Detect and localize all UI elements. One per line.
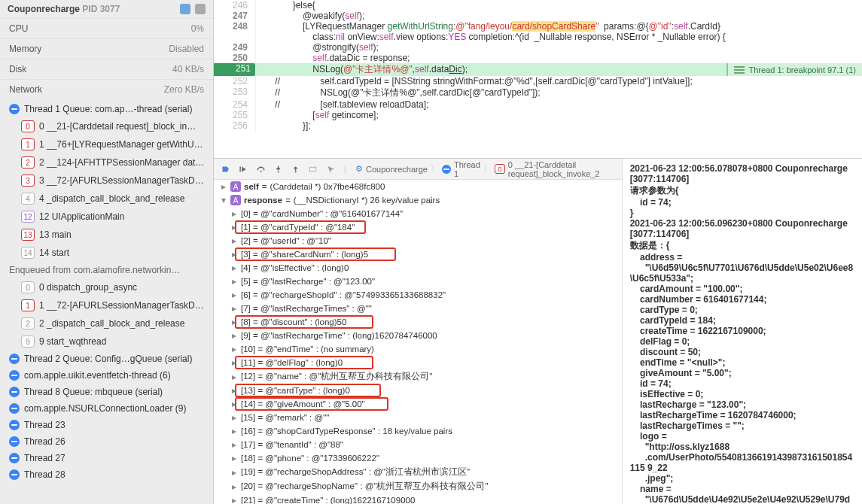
process-pid: PID 3077 [82,4,120,14]
enqueued-from: Enqueued from com.alamofire.networkin… [0,262,213,278]
var-item-17[interactable]: ▸[17] = @"tenantId" : @"88" [214,438,622,451]
var-item-5[interactable]: ▸[5] = @"lastRecharge" : @"123.00" [214,275,622,288]
thread-icon [9,436,20,447]
var-item-12[interactable]: ▸[12] = @"name" : @"杭州互帮互办科技有限公司" [214,369,622,384]
frame-num-icon: 14 [21,247,35,259]
process-name: Couponrecharge [8,4,80,14]
code-line: }]; [256,120,311,131]
frame-12[interactable]: 1212 UIApplicationMain [0,208,213,226]
step-out-icon[interactable] [291,164,300,175]
var-item-11[interactable]: ▸[11] = @"delFlag" : (long)0 [214,356,622,369]
frame-4[interactable]: 44 _dispatch_call_block_and_release [0,190,213,208]
var-item-16[interactable]: ▸[16] = @"shopCardTypeResponse" : 18 key… [214,424,622,438]
svg-rect-4 [310,167,316,172]
frame-3[interactable]: 33 __72-[AFURLSessionManagerTaskD… [0,172,213,190]
var-item-14[interactable]: ▸[14] = @"giveAmount" : @"5.00" [214,397,622,411]
code-line: }else{ [256,0,315,11]
var-item-1[interactable]: ▸[1] = @"cardTypeId" : @"184" [214,220,622,234]
frame-1[interactable]: 11 __76+[LYRequestManager getWithU… [0,135,213,153]
frame-0[interactable]: 00 __21-[Carddetail request]_block_in… [0,117,213,135]
svg-point-2 [277,171,279,172]
thread-26[interactable]: Thread 26 [0,433,213,450]
var-item-6[interactable]: ▸[6] = @"rechargeShopId" : @"57499336513… [214,288,622,302]
frame-num-icon: 4 [21,193,35,205]
variables-view[interactable]: | ⚙Couponrecharge〉 Thread 1〉 00 __21-[Ca… [214,159,623,504]
var-item-10[interactable]: ▸[10] = @"endTime" : (no summary) [214,342,622,356]
eframe-2[interactable]: 22 _dispatch_call_block_and_release [0,314,213,332]
code-line: self.dataDic = response; [256,53,410,63]
object-icon: A [230,195,241,205]
step-into-icon[interactable] [274,164,282,175]
object-icon: A [230,181,241,192]
thread-27[interactable]: Thread 27 [0,450,213,466]
var-item-20[interactable]: ▸[20] = @"rechargeShopName" : @"杭州互帮互办科技… [214,479,622,493]
var-item-18[interactable]: ▸[18] = @"phone" : @"17339606222" [214,451,622,465]
eventfetch-thread[interactable]: com.apple.uikit.eventfetch-thread (6) [0,367,213,384]
frame-num-icon: 13 [21,229,35,241]
var-response[interactable]: ▾Aresponse = (__NSDictionaryI *) 26 key/… [214,193,622,207]
step-over-icon[interactable] [257,164,265,175]
location-icon[interactable] [327,164,335,175]
frame-num-icon: 1 [21,138,35,150]
var-item-9[interactable]: ▸[9] = @"lastRechargeTime" : (long)16207… [214,329,622,342]
frame-num-icon: 2 [21,156,35,169]
nsurlconnection-loader[interactable]: com.apple.NSURLConnectionLoader (9) [0,400,213,417]
thread-1[interactable]: Thread 1 Queue: com.ap…-thread (serial) [0,101,213,117]
code-line: [self getincome]; [256,110,379,120]
code-line-current: NSLog(@"卡主详情%@",self.dataDic); [256,63,468,76]
code-line: class:nil onView:self.view options:YES c… [256,32,726,42]
memory-row: MemoryDisabled [0,38,213,59]
process-title-row: Couponrecharge PID 3077 [0,0,213,18]
cpu-row: CPU0% [0,18,213,38]
options-icon[interactable] [195,4,206,14]
frame-num-icon: 3 [21,175,35,187]
thread-icon [9,469,20,480]
debug-navigator[interactable]: Couponrecharge PID 3077 CPU0% MemoryDisa… [0,0,214,504]
eframe-0[interactable]: 00 dispatch_group_async [0,278,213,296]
var-item-2[interactable]: ▸[2] = @"userId" : @"10" [214,234,622,247]
code-line: // NSLog(@"卡主详情%@",self.cardDic[@"cardTy… [256,87,541,99]
svg-point-3 [295,171,297,172]
breakpoint-indicator[interactable]: Thread 1: breakpoint 97.1 (1) [726,63,862,76]
thread-2[interactable]: Thread 2 Queue: Config…gQueue (serial) [0,351,213,367]
info-icon[interactable] [180,4,190,14]
thread-icon [9,387,20,397]
thread-icon [9,370,20,381]
var-item-19[interactable]: ▸[19] = @"rechargeShopAddress" : @"浙江省杭州… [214,465,622,479]
network-row: NetworkZero KB/s [0,79,213,99]
frame-num-icon: 12 [21,211,35,223]
var-item-0[interactable]: ▸[0] = @"cardNumber" : @"616401677144" [214,207,622,220]
frame-14[interactable]: 1414 start [0,244,213,262]
debug-breadcrumb[interactable]: ⚙Couponrecharge〉 Thread 1〉 00 __21-[Card… [355,160,614,178]
eframe-1[interactable]: 11 __72-[AFURLSessionManagerTaskD… [0,296,213,314]
var-item-8[interactable]: ▸[8] = @"discount" : (long)50 [214,315,622,329]
thread-23[interactable]: Thread 23 [0,417,213,433]
eframe-9[interactable]: 99 start_wqthread [0,332,213,351]
svg-rect-0 [240,166,241,172]
frame-num-icon: 1 [21,299,35,311]
frame-num-icon: 9 [21,335,35,348]
var-item-7[interactable]: ▸[7] = @"lastRechargeTimes" : @"" [214,302,622,315]
code-editor[interactable]: 246 }else{ 247 @weakify(self); 248 [LYRe… [214,0,862,158]
var-item-15[interactable]: ▸[15] = @"remark" : @"" [214,411,622,424]
continue-icon[interactable] [239,164,247,175]
thread-8[interactable]: Thread 8 Queue: mbqueue (serial) [0,384,213,400]
toggle-breakpoints-icon[interactable] [221,164,230,175]
svg-point-1 [260,170,261,172]
code-line: @strongify(self); [256,42,379,53]
frame-2[interactable]: 22 __124-[AFHTTPSessionManager dat… [0,153,213,172]
thread-28[interactable]: Thread 28 [0,466,213,483]
var-item-13[interactable]: ▸[13] = @"cardType" : (long)0 [214,384,622,397]
debug-view-icon[interactable] [309,164,317,175]
var-self[interactable]: ▸Aself = (Carddetail *) 0x7fbe468fc800 [214,180,622,193]
console[interactable]: 2021-06-23 12:00:56.078078+0800 Couponre… [623,159,862,504]
frame-13[interactable]: 1313 main [0,226,213,244]
var-item-3[interactable]: ▸[3] = @"shareCardNum" : (long)5 [214,247,622,261]
thread-icon [9,453,20,463]
thread-icon [9,104,20,114]
frame-num-icon: 0 [21,281,35,293]
var-item-21[interactable]: ▸[21] = @"createTime" : (long)1622167109… [214,493,622,504]
disk-row: Disk40 KB/s [0,59,213,79]
code-line: @weakify(self); [256,11,364,21]
var-item-4[interactable]: ▸[4] = @"isEffective" : (long)0 [214,261,622,275]
